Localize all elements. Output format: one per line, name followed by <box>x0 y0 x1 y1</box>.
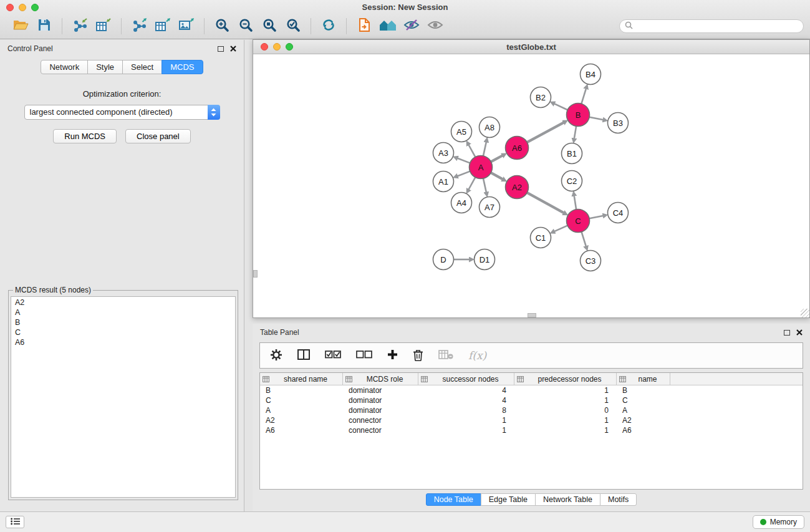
tab-select[interactable]: Select <box>122 60 162 74</box>
maximize-network-window-button[interactable] <box>286 43 293 51</box>
table-row[interactable]: Bdominator41B <box>260 385 803 395</box>
graph-edge-B-B4[interactable] <box>581 89 586 104</box>
graph-edge-A-A6[interactable] <box>491 156 502 162</box>
export-image-button[interactable] <box>175 16 198 36</box>
table-row[interactable]: A6connector11A6 <box>260 425 803 435</box>
table-cell[interactable]: 0 <box>514 405 617 415</box>
search-box[interactable] <box>619 19 804 33</box>
table-cell[interactable]: 8 <box>418 405 514 415</box>
graph-node-B2[interactable]: B2 <box>531 87 551 108</box>
graph-node-C3[interactable]: C3 <box>581 251 601 271</box>
table-cell[interactable]: connector <box>343 415 418 425</box>
save-session-button[interactable] <box>32 16 56 36</box>
graph-node-B1[interactable]: B1 <box>562 143 582 164</box>
graph-node-D1[interactable]: D1 <box>475 249 495 270</box>
graph-node-D[interactable]: D <box>433 249 454 270</box>
minimize-network-window-button[interactable] <box>273 43 281 51</box>
zoom-in-button[interactable] <box>210 16 234 36</box>
resize-grip[interactable] <box>801 309 809 317</box>
table-cell[interactable]: 1 <box>418 425 514 435</box>
document-export-button[interactable] <box>352 16 376 36</box>
splitter-grip[interactable] <box>528 313 536 317</box>
tab-edge-table[interactable]: Edge Table <box>481 493 536 506</box>
mcds-result-item[interactable]: A6 <box>11 337 235 347</box>
graph-edge-B-B3[interactable] <box>589 117 603 120</box>
graph-edge-C-C3[interactable] <box>582 232 586 246</box>
graph-node-A1[interactable]: A1 <box>433 172 454 192</box>
close-panel-button[interactable]: Close panel <box>125 129 191 143</box>
table-cell[interactable]: 1 <box>514 395 617 405</box>
minimize-window-button[interactable] <box>19 4 26 11</box>
close-window-button[interactable] <box>6 4 14 11</box>
window-titlebar[interactable]: Session: New Session <box>0 0 810 15</box>
mcds-result-item[interactable]: A <box>11 307 235 317</box>
mcds-result-item[interactable]: B <box>11 317 235 327</box>
column-header-shared-name[interactable]: shared name <box>260 373 343 385</box>
select-all-button[interactable] <box>325 350 341 361</box>
graph-edge-B-B2[interactable] <box>554 104 567 110</box>
graph-edge-C-C2[interactable] <box>574 196 576 210</box>
graph-node-C[interactable]: C <box>567 210 590 233</box>
zoom-selected-button[interactable] <box>281 16 305 36</box>
import-network-button[interactable] <box>68 16 92 36</box>
table-row[interactable]: Cdominator41C <box>260 395 803 405</box>
table-cell[interactable]: C <box>617 395 670 405</box>
delete-table-button[interactable] <box>438 349 453 362</box>
graph-edge-A-A1[interactable] <box>458 172 470 177</box>
graph-node-A5[interactable]: A5 <box>451 122 472 142</box>
table-cell[interactable]: A6 <box>260 425 343 435</box>
tab-style[interactable]: Style <box>87 60 123 74</box>
table-cell[interactable]: A <box>260 405 343 415</box>
network-overview-button[interactable] <box>376 16 400 36</box>
table-cell[interactable]: dominator <box>343 385 418 395</box>
show-column-button[interactable] <box>297 349 310 362</box>
graph-node-A8[interactable]: A8 <box>480 117 500 138</box>
import-table-button[interactable] <box>92 16 115 36</box>
column-header-successor-nodes[interactable]: successor nodes <box>418 373 514 385</box>
table-row[interactable]: A2connector11A2 <box>260 415 803 425</box>
graph-node-C4[interactable]: C4 <box>608 203 629 223</box>
graph-edge-A-A7[interactable] <box>483 178 486 192</box>
graph-edge-A-A4[interactable] <box>469 177 476 189</box>
task-history-button[interactable] <box>6 516 24 528</box>
criterion-dropdown[interactable]: largest connected component (directed) <box>24 105 220 120</box>
table-cell[interactable]: 4 <box>418 395 514 405</box>
table-cell[interactable]: 1 <box>514 385 617 395</box>
tab-network-table[interactable]: Network Table <box>535 493 600 506</box>
graph-node-C1[interactable]: C1 <box>531 228 551 248</box>
graph-node-A6[interactable]: A6 <box>506 137 529 160</box>
network-graph[interactable]: AA6A2BCA5A8A3A1A4A7B4B2B3B1C4C2C1C3DD1 <box>253 54 809 317</box>
tab-mcds[interactable]: MCDS <box>162 60 203 74</box>
show-all-button[interactable] <box>423 16 447 36</box>
table-cell[interactable]: 4 <box>418 385 514 395</box>
tab-network[interactable]: Network <box>41 60 88 74</box>
table-cell[interactable]: connector <box>343 425 418 435</box>
run-mcds-button[interactable]: Run MCDS <box>53 129 117 143</box>
mcds-result-item[interactable]: A2 <box>11 297 235 307</box>
column-header-predecessor-nodes[interactable]: predecessor nodes <box>514 373 617 385</box>
graph-node-A3[interactable]: A3 <box>433 143 454 163</box>
table-cell[interactable]: A6 <box>617 425 670 435</box>
table-settings-button[interactable] <box>270 349 282 363</box>
table-cell[interactable]: 1 <box>514 425 617 435</box>
apply-layout-button[interactable] <box>317 16 340 36</box>
delete-column-button[interactable] <box>413 349 423 363</box>
table-cell[interactable]: A2 <box>260 415 343 425</box>
zoom-fit-button[interactable] <box>258 16 281 36</box>
open-file-button[interactable] <box>9 16 32 36</box>
graph-node-B3[interactable]: B3 <box>608 113 629 133</box>
graph-edge-A2-C[interactable] <box>527 193 564 213</box>
table-cell[interactable]: 1 <box>418 415 514 425</box>
add-column-button[interactable] <box>387 349 398 362</box>
table-cell[interactable]: A2 <box>617 415 670 425</box>
maximize-window-button[interactable] <box>31 4 39 11</box>
mcds-result-list[interactable]: A2ABCA6 <box>11 296 236 498</box>
tab-motifs[interactable]: Motifs <box>600 493 637 506</box>
mcds-result-item[interactable]: C <box>11 327 235 337</box>
close-network-window-button[interactable] <box>261 43 268 51</box>
graph-node-A[interactable]: A <box>470 156 493 179</box>
table-cell[interactable]: B <box>260 385 343 395</box>
memory-button[interactable]: Memory <box>753 515 804 529</box>
graph-edge-C-C1[interactable] <box>554 226 567 231</box>
table-cell[interactable]: dominator <box>343 405 418 415</box>
